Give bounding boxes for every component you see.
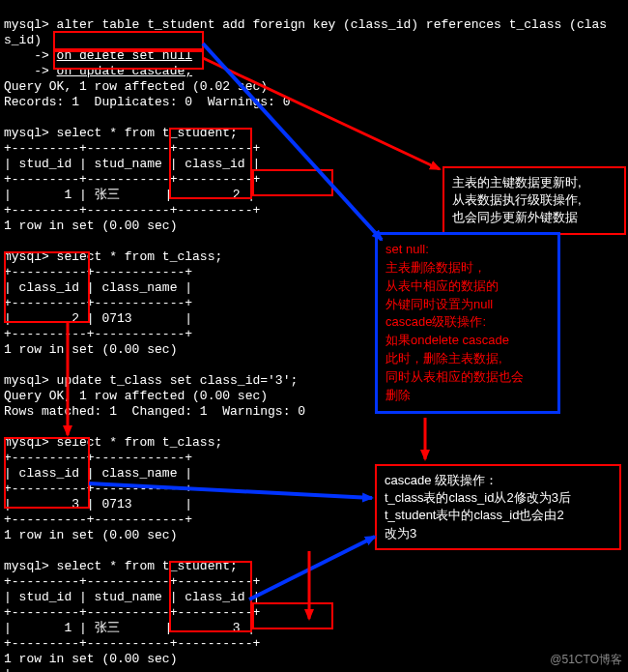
line: mysql> select * from t_class; <box>4 435 222 450</box>
line: | <box>4 667 12 672</box>
line: | stud_id | stud_name | class_id | <box>4 157 260 171</box>
line: +----------+------------+ <box>4 512 192 527</box>
line: | 1 | 张三 | 3 | <box>4 621 255 635</box>
line: +---------+-----------+----------+ <box>4 172 260 187</box>
line: | class_id | class_name | <box>4 466 192 481</box>
line: +----------+------------+ <box>4 327 192 341</box>
line: 1 row in set (0.00 sec) <box>4 219 177 233</box>
line: +----------+------------+ <box>4 265 192 279</box>
line: Query OK, 1 row affected (0.00 sec) <box>4 389 268 403</box>
line: Query OK, 1 row affected (0.02 sec) <box>4 79 268 94</box>
line: mysql> alter table t_student add foreign… <box>4 17 607 32</box>
line: Records: 1 Duplicates: 0 Warnings: 0 <box>4 95 290 109</box>
callout-update: 主表的主键数据更新时, 从表数据执行级联操作, 也会同步更新外键数据 <box>442 166 626 235</box>
line: +----------+------------+ <box>4 482 192 496</box>
line <box>4 358 12 372</box>
line: mysql> select * from t_student; <box>4 559 238 573</box>
line: | 1 | 张三 | 2 | <box>4 188 255 202</box>
callout-setnull-cascade: set null: 主表删除数据时， 从表中相应的数据的 外键同时设置为null… <box>375 232 560 414</box>
line: +---------+-----------+----------+ <box>4 636 260 651</box>
line: 1 row in set (0.00 sec) <box>4 652 177 666</box>
line: +---------+-----------+----------+ <box>4 574 260 589</box>
line: s_id) <box>4 33 42 47</box>
line: | class_id | class_name | <box>4 280 192 295</box>
line: +---------+-----------+----------+ <box>4 141 260 156</box>
line: -> on update cascade; <box>4 64 192 78</box>
line: -> on delete set null <box>4 48 192 63</box>
line: 1 row in set (0.00 sec) <box>4 528 177 542</box>
line: mysql> update t_class set class_id='3'; <box>4 373 298 388</box>
line <box>4 110 12 125</box>
line: +---------+-----------+----------+ <box>4 203 260 218</box>
line: | stud_id | stud_name | class_id | <box>4 590 260 604</box>
line: +----------+------------+ <box>4 451 192 465</box>
line: | 2 | 0713 | <box>4 311 192 326</box>
callout-cascade-example: cascade 级联操作： t_class表的class_id从2修改为3后 t… <box>375 464 621 550</box>
watermark: @51CTO博客 <box>550 652 622 668</box>
line: | 3 | 0713 | <box>4 497 192 511</box>
line <box>4 543 12 558</box>
line: mysql> select * from t_class; <box>4 249 222 264</box>
line <box>4 234 12 248</box>
line <box>4 420 12 434</box>
line: mysql> select * from t_student; <box>4 126 238 140</box>
line: Rows matched: 1 Changed: 1 Warnings: 0 <box>4 404 305 419</box>
line: +---------+-----------+----------+ <box>4 605 260 620</box>
line: +----------+------------+ <box>4 296 192 310</box>
line: 1 row in set (0.00 sec) <box>4 342 177 357</box>
